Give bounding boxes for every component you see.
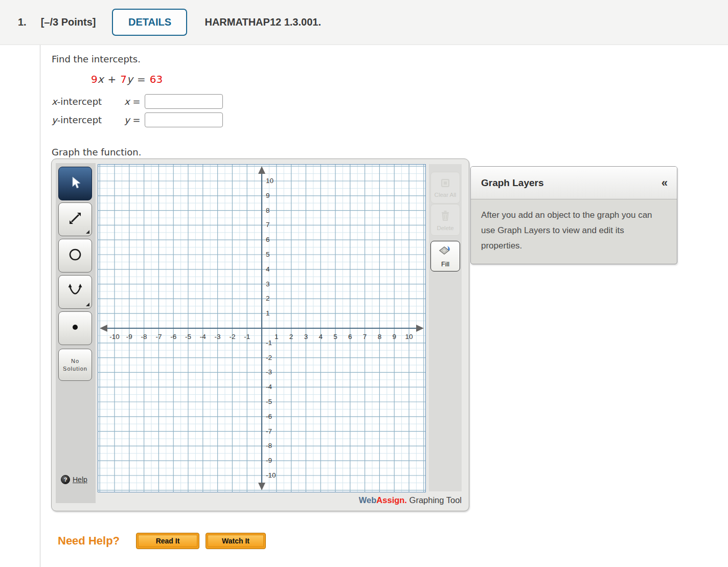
fill-label: Fill [441,261,449,268]
svg-text:5: 5 [333,333,337,341]
svg-text:4: 4 [266,265,270,273]
equation-variable: x [98,73,104,85]
read-it-button[interactable]: Read It [136,533,199,549]
circle-tool-button[interactable] [58,239,92,273]
svg-text:9: 9 [266,192,270,199]
no-solution-button[interactable]: No Solution [58,349,92,381]
graph-instruction-text: Graph the function. [52,147,141,157]
question-number: 1. [18,16,27,28]
help-link[interactable]: ? Help [61,475,87,484]
left-divider [40,45,40,567]
svg-text:-10: -10 [266,471,276,479]
trash-icon [439,209,451,223]
y-intercept-row: y-intercept y = [52,112,223,127]
svg-text:-10: -10 [109,333,120,341]
webassign-branding: WebAssign. Graphing Tool [359,495,462,505]
svg-text:-8: -8 [141,333,147,341]
delete-label: Delete [437,225,453,231]
watch-it-button[interactable]: Watch It [206,533,266,549]
svg-text:-3: -3 [215,333,221,341]
line-tool-button[interactable] [58,202,92,236]
circle-icon [67,247,83,264]
svg-text:8: 8 [266,207,270,214]
svg-text:3: 3 [266,280,270,288]
svg-text:5: 5 [266,251,270,258]
svg-text:-8: -8 [266,442,272,449]
x-intercept-label: x-intercept [52,96,124,107]
graph-canvas[interactable]: -10-9-8-7-6-5-4-3-2-11234567891010987654… [98,164,426,492]
line-segment-icon [67,211,83,228]
question-points: [–/3 Points] [41,16,96,28]
parabola-tool-button[interactable] [58,275,92,309]
svg-text:6: 6 [266,236,270,243]
tool-options-indicator [86,303,89,306]
equation-operator: = [137,73,146,85]
select-tool-button[interactable] [58,167,92,200]
svg-text:-7: -7 [155,333,162,341]
svg-text:2: 2 [289,333,293,341]
svg-text:-9: -9 [126,333,132,341]
instruction-text: Find the intercepts. [52,54,141,64]
question-header: 1. [–/3 Points] DETAILS HARMATHAP12 1.3.… [0,0,728,45]
graph-layers-title: Graph Layers [481,177,544,189]
svg-text:-9: -9 [266,457,272,464]
delete-button: Delete [430,204,460,236]
details-button[interactable]: DETAILS [112,9,187,36]
svg-text:1: 1 [266,309,270,317]
svg-text:10: 10 [405,333,413,341]
svg-text:-3: -3 [266,368,272,376]
svg-text:4: 4 [318,333,323,341]
equation-rhs: 63 [150,73,163,85]
read-it-label: Read It [138,535,197,547]
tool-options-indicator [86,230,89,234]
svg-text:-2: -2 [266,354,272,361]
clear-all-label: Clear All [435,192,457,198]
svg-text:1: 1 [275,333,279,341]
svg-text:-6: -6 [170,333,176,341]
svg-text:2: 2 [266,294,270,302]
graph-layers-description: After you add an object to the graph you… [471,199,677,264]
parabola-icon [66,283,84,301]
svg-text:-5: -5 [185,333,191,341]
graph-layers-header: Graph Layers « [471,167,677,199]
svg-text:8: 8 [378,333,382,341]
fill-button[interactable]: Fill [430,241,460,271]
svg-text:3: 3 [304,333,308,341]
equation-coefficient: 7 [120,73,127,85]
help-icon: ? [61,475,70,484]
y-intercept-input[interactable] [145,112,223,127]
equation-operator: + [108,73,117,85]
svg-text:9: 9 [392,333,396,341]
equation-variable: y [127,73,133,85]
svg-text:-7: -7 [266,427,272,435]
svg-text:-5: -5 [266,398,272,405]
watch-it-label: Watch It [208,535,264,547]
svg-text:7: 7 [266,221,270,229]
assignment-code: HARMATHAP12 1.3.001. [204,16,321,28]
graph-layers-panel: Graph Layers « After you add an object t… [470,166,677,264]
cursor-icon [69,175,82,192]
equation-coefficient: 9 [91,73,98,85]
x-intercept-input[interactable] [145,94,223,109]
no-solution-label: No Solution [60,357,90,373]
clear-all-button: Clear All [430,172,460,203]
svg-text:10: 10 [266,177,274,185]
collapse-panel-icon[interactable]: « [662,176,668,190]
graphing-tool: No Solution ? Help -10-9-8-7-6-5-4-3-2-1… [51,158,469,511]
svg-text:-1: -1 [266,339,272,347]
need-help-label: Need Help? [58,534,120,548]
point-icon [71,323,79,333]
svg-text:-4: -4 [200,333,206,341]
svg-text:-1: -1 [244,333,250,341]
svg-text:-6: -6 [266,413,272,420]
x-intercept-row: x-intercept x = [52,94,223,109]
svg-text:-4: -4 [266,383,272,391]
equation: 9x+7y=63 [91,73,163,85]
point-tool-button[interactable] [58,311,92,345]
x-equals-label: x = [124,96,145,107]
svg-text:6: 6 [348,333,352,341]
fill-icon [439,245,452,259]
y-intercept-label: y-intercept [52,115,124,125]
y-equals-label: y = [124,115,145,125]
svg-text:-2: -2 [229,333,235,341]
